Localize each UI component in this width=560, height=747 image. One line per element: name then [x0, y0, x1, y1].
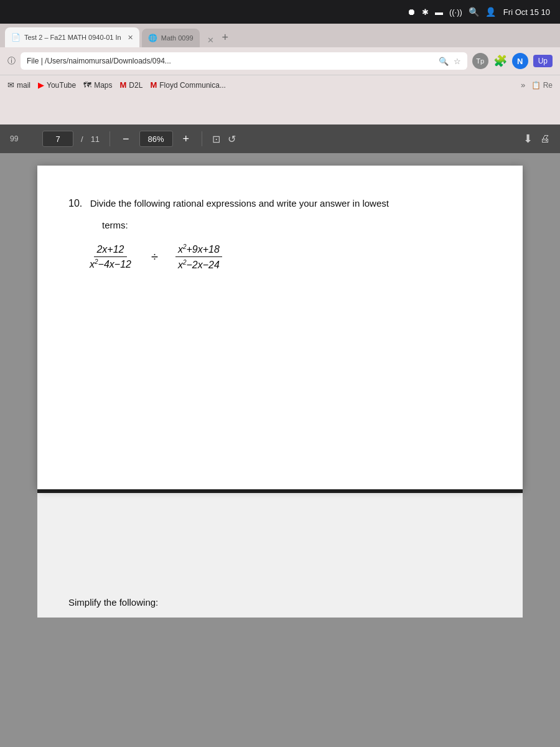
work-area	[68, 271, 492, 445]
fraction-1-denominator: x2−4x−12	[87, 257, 134, 270]
pdf-page-label: 99	[10, 134, 35, 143]
browser-window: ⏺ ✱ ▬ ((·)) 🔍 👤 Fri Oct 15 10 📄 Test 2 –…	[0, 0, 560, 747]
toolbar-separator-2	[202, 131, 202, 146]
floyd-icon: M	[150, 80, 157, 90]
pdf-page-total: 11	[91, 134, 100, 144]
bookmark-d2l[interactable]: M D2L	[120, 80, 143, 90]
zoom-input[interactable]	[139, 131, 173, 147]
tab-pdf-favicon: 📄	[11, 33, 21, 42]
main-content: 10. Divide the following rational expres…	[0, 153, 560, 747]
fraction-1-den-text: x2−4x−12	[90, 259, 131, 270]
bookmark-maps[interactable]: 🗺 Maps	[83, 80, 112, 90]
record-icon: ⏺	[407, 7, 416, 17]
fraction-1-num-text: 2x+12	[96, 244, 124, 255]
browser-chrome: 📄 Test 2 – Fa21 MATH 0940-01 In ✕ 🌐 Math…	[0, 24, 560, 125]
pdf-viewer: 10. Divide the following rational expres…	[0, 153, 560, 747]
profile-button[interactable]: N	[512, 53, 528, 69]
fraction-1: 2x+12 x2−4x−12	[87, 244, 134, 270]
tab-math-label: Math 0099	[161, 34, 194, 42]
zoom-in-button[interactable]: +	[180, 133, 192, 146]
status-icons: ⏺ ✱ ▬ ((·)) 🔍 👤	[407, 7, 496, 17]
next-page-preview: Simplify the following:	[37, 493, 523, 618]
macos-topbar: ⏺ ✱ ▬ ((·)) 🔍 👤 Fri Oct 15 10	[0, 0, 560, 24]
tab-pdf[interactable]: 📄 Test 2 – Fa21 MATH 0940-01 In ✕	[5, 27, 139, 47]
bookmarks-bar: ✉ mail ▶ YouTube 🗺 Maps M D2L M Floyd Co…	[0, 75, 560, 95]
fraction-2: x2+9x+18 x2−2x−24	[175, 243, 222, 271]
fit-page-icon[interactable]: ⊡	[212, 133, 220, 145]
tab-area-close[interactable]: ✕	[207, 35, 214, 45]
rotate-icon[interactable]: ↺	[228, 133, 236, 145]
bookmark-floyd[interactable]: M Floyd Communica...	[150, 80, 226, 90]
tab-math[interactable]: 🌐 Math 0099	[142, 29, 200, 47]
problem-number: 10.	[68, 198, 82, 209]
bluetooth-icon: ✱	[422, 7, 429, 17]
read-label: 📋 Re	[531, 81, 553, 90]
toolbar-right-tools: ⬇ 🖨	[523, 132, 550, 146]
battery-icon: ▬	[435, 7, 443, 17]
problem-instruction-1: Divide the following rational expression…	[90, 198, 389, 209]
d2l-icon: M	[120, 80, 127, 90]
youtube-icon: ▶	[38, 80, 44, 90]
wifi-icon: ((·))	[449, 7, 462, 17]
problem-line-1: 10. Divide the following rational expres…	[68, 197, 492, 211]
bookmark-youtube-label: YouTube	[47, 81, 76, 90]
fraction-2-num-text: x2+9x+18	[178, 244, 220, 255]
file-icon: ⓘ	[7, 55, 16, 67]
search-icon[interactable]: 🔍	[439, 57, 449, 66]
bookmarks-more-button[interactable]: » 📋 Re	[521, 80, 553, 90]
url-bar[interactable]: File | /Users/naimomursal/Downloads/094.…	[21, 52, 467, 70]
tab-pdf-close[interactable]: ✕	[128, 34, 133, 42]
update-label: Up	[538, 57, 548, 65]
extension-icon[interactable]: 🧩	[493, 54, 507, 68]
update-button[interactable]: Up	[533, 55, 553, 67]
problem-line-2: terms:	[68, 218, 492, 233]
bookmark-d2l-label: D2L	[129, 81, 142, 90]
bottom-hint-text: Simplify the following:	[68, 597, 158, 608]
new-tab-button[interactable]: +	[217, 29, 234, 46]
bookmark-mail[interactable]: ✉ mail	[7, 80, 30, 90]
url-action-icons: 🔍 ☆	[439, 57, 461, 66]
url-bar-row: ⓘ File | /Users/naimomursal/Downloads/09…	[0, 47, 560, 75]
bookmark-maps-label: Maps	[94, 81, 112, 90]
tab-pdf-label: Test 2 – Fa21 MATH 0940-01 In	[24, 34, 121, 41]
problem-10: 10. Divide the following rational expres…	[68, 197, 492, 271]
download-icon[interactable]: ⬇	[523, 132, 533, 146]
notification-icon[interactable]: 👤	[485, 7, 496, 17]
fraction-1-numerator: 2x+12	[94, 244, 126, 257]
bookmark-mail-label: mail	[17, 81, 30, 90]
mail-icon: ✉	[7, 80, 14, 90]
bookmark-youtube[interactable]: ▶ YouTube	[38, 80, 76, 90]
division-symbol: ÷	[151, 250, 158, 264]
fraction-2-den-text: x2−2x−24	[178, 260, 220, 270]
pdf-page: 10. Divide the following rational expres…	[37, 166, 523, 489]
pdf-page-input[interactable]	[42, 131, 73, 147]
star-icon[interactable]: ☆	[454, 57, 461, 66]
zoom-out-button[interactable]: −	[120, 133, 132, 146]
profile-initial: N	[517, 57, 523, 66]
translate-label: Tp	[476, 57, 484, 65]
pdf-toolbar: 99 / 11 − + ⊡ ↺ ⬇ 🖨	[0, 125, 560, 153]
fraction-2-denominator: x2−2x−24	[175, 257, 222, 270]
fraction-2-numerator: x2+9x+18	[175, 243, 222, 257]
print-icon[interactable]: 🖨	[540, 133, 550, 144]
more-chevron-icon: »	[521, 80, 525, 90]
math-expression: 2x+12 x2−4x−12 ÷ x2+9x+18	[68, 243, 492, 271]
bookmark-floyd-label: Floyd Communica...	[159, 81, 226, 90]
maps-icon: 🗺	[83, 80, 91, 90]
new-tab-icon: +	[222, 31, 228, 44]
clock: Fri Oct 15 10	[503, 7, 550, 17]
url-text: File | /Users/naimomursal/Downloads/094.…	[27, 57, 431, 65]
translate-button[interactable]: Tp	[472, 53, 488, 69]
toolbar-separator-1	[110, 131, 110, 146]
pdf-page-separator: /	[81, 134, 83, 144]
problem-instruction-2: terms:	[102, 220, 128, 230]
tab-math-favicon: 🌐	[148, 34, 157, 42]
spotlight-icon[interactable]: 🔍	[469, 7, 479, 17]
tab-bar: 📄 Test 2 – Fa21 MATH 0940-01 In ✕ 🌐 Math…	[0, 24, 560, 47]
